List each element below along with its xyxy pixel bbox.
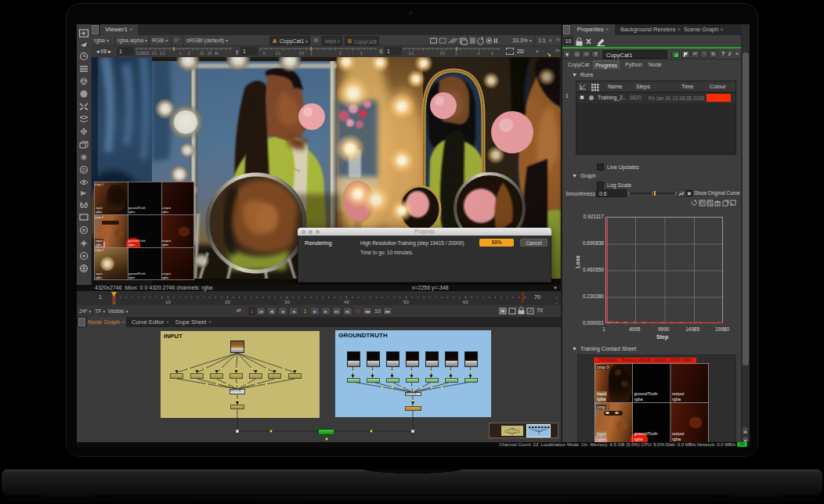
svg-text:0.1: 0.1 (152, 52, 157, 56)
svg-text:0.1: 0.1 (276, 52, 281, 56)
svg-text:30: 30 (284, 300, 290, 304)
svg-text:60: 60 (463, 300, 468, 304)
svg-text:2: 2 (188, 52, 190, 56)
svg-text:64: 64 (215, 52, 219, 56)
svg-text:1: 1 (310, 52, 313, 56)
svg-text:10: 10 (200, 52, 204, 56)
svg-text:1: 1 (179, 52, 182, 56)
svg-text:3: 3 (360, 52, 363, 56)
svg-text:20: 20 (225, 300, 230, 304)
svg-text:0.5: 0.5 (440, 52, 446, 56)
svg-text:20: 20 (208, 52, 212, 56)
svg-text:0.00625: 0.00625 (136, 52, 150, 56)
svg-text:3: 3 (491, 52, 493, 56)
svg-text:40: 40 (344, 300, 349, 304)
svg-text:0.5: 0.5 (299, 52, 305, 56)
svg-text:0.1: 0.1 (409, 52, 414, 56)
svg-text:0: 0 (263, 52, 266, 56)
svg-text:1: 1 (455, 52, 457, 56)
svg-text:0.2: 0.2 (160, 52, 165, 56)
svg-text:D: D (82, 167, 86, 173)
svg-text:50: 50 (403, 300, 409, 304)
svg-text:2: 2 (478, 52, 480, 56)
svg-text:2: 2 (339, 52, 342, 56)
svg-text:10: 10 (165, 300, 171, 304)
